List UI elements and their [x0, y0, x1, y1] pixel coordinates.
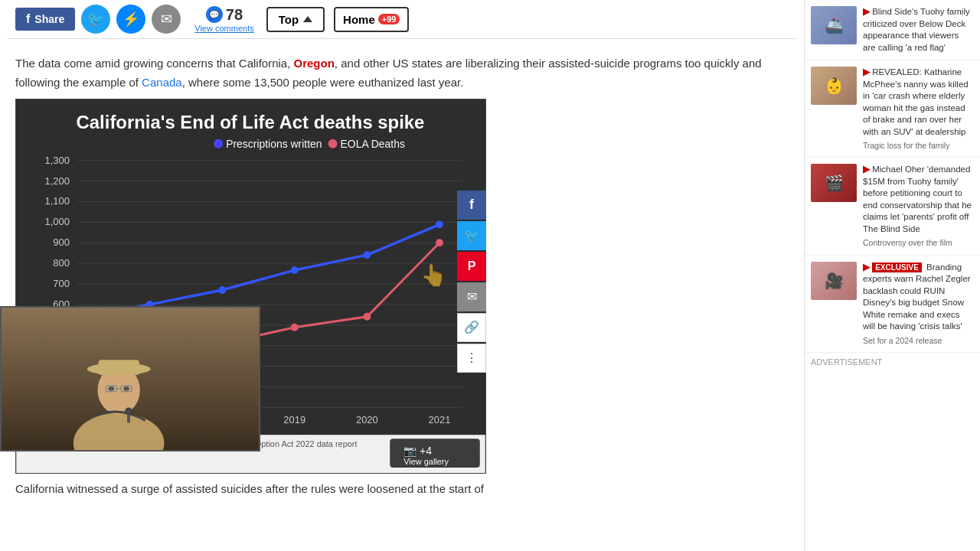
comments-count: 💬 78: [206, 6, 243, 24]
sidebar-headline-3: Michael Oher 'demanded $15M from Tuohy f…: [863, 165, 972, 233]
article-bottom: California witnessed a surge of assisted…: [15, 482, 484, 495]
chart-email-button[interactable]: ✉: [457, 282, 486, 311]
svg-text:📷 +4: 📷 +4: [403, 445, 432, 458]
svg-text:View gallery: View gallery: [403, 457, 449, 466]
svg-point-48: [108, 386, 114, 391]
sidebar-thumb-2: 👶: [811, 67, 857, 105]
chart-facebook-button[interactable]: f: [457, 191, 486, 220]
legend-deaths: EOLA Deaths: [341, 137, 405, 149]
sidebar-text-1: ▶ Blind Side's Tuohy family criticized o…: [863, 6, 974, 54]
top-bar: f Share 🐦 ⚡ ✉ 💬 78 View comments: [8, 0, 796, 39]
chart-pinterest-button[interactable]: P: [457, 252, 486, 281]
home-count-badge: +99: [378, 14, 400, 24]
svg-text:👆: 👆: [420, 262, 447, 288]
sidebar-arrow-2: ▶: [863, 67, 872, 77]
chart-title: California's End of Life Act deaths spik…: [77, 111, 425, 132]
sidebar-sub-4: Set for a 2024 release: [863, 335, 974, 346]
svg-text:1,000: 1,000: [45, 216, 70, 227]
video-person: [2, 308, 259, 450]
svg-text:900: 900: [53, 236, 70, 248]
svg-text:1,200: 1,200: [45, 174, 70, 186]
sidebar-text-2: ▶ REVEALED: Katharine McPhee's nanny was…: [863, 67, 974, 151]
comment-bubble-icon: 💬: [206, 6, 223, 23]
canada-link[interactable]: Canada: [142, 76, 182, 89]
advertisement-label: ADVERTISEMENT: [805, 353, 980, 371]
sidebar-thumb-3: 🎬: [811, 164, 857, 202]
messenger-icon: ⚡: [122, 11, 139, 28]
twitter-icon: 🐦: [87, 11, 104, 28]
home-button[interactable]: Home +99: [334, 7, 409, 32]
exclusive-badge-4: EXCLUSIVE: [872, 262, 922, 272]
sidebar-arrow-1: ▶: [863, 7, 872, 16]
svg-text:1,100: 1,100: [45, 195, 70, 207]
chart-share-button[interactable]: ⋮: [457, 344, 486, 373]
svg-text:2019: 2019: [283, 414, 305, 425]
sidebar-text-4: ▶ EXCLUSIVE Branding experts warn Rachel…: [863, 262, 974, 346]
video-overlay: [0, 306, 260, 452]
comments-number: 78: [226, 6, 243, 24]
svg-text:800: 800: [53, 257, 70, 269]
article-body: The data come amid growing concerns that…: [8, 39, 796, 99]
top-button[interactable]: Top: [266, 7, 325, 32]
legend-prescriptions: Prescriptions written: [226, 137, 322, 149]
sidebar-sub-3: Controversy over the film: [863, 237, 974, 248]
svg-point-1: [214, 139, 223, 148]
svg-text:2020: 2020: [356, 414, 378, 425]
blue-dot-2018: [218, 286, 226, 294]
messenger-share-button[interactable]: ⚡: [116, 5, 145, 34]
sidebar-sub-2: Tragic loss for the family: [863, 140, 974, 151]
facebook-icon: f: [26, 12, 30, 26]
blue-dot-2019: [291, 266, 299, 274]
sidebar-headline-2: REVEALED: Katharine McPhee's nanny was k…: [863, 67, 969, 136]
svg-text:1,300: 1,300: [45, 154, 70, 165]
sidebar-item-2[interactable]: 👶 ▶ REVEALED: Katharine McPhee's nanny w…: [805, 60, 980, 158]
comments-area: 💬 78 View comments: [194, 6, 253, 33]
top-label: Top: [279, 13, 299, 26]
home-label: Home: [343, 13, 375, 26]
svg-rect-47: [98, 360, 139, 375]
sidebar-text-3: ▶ Michael Oher 'demanded $15M from Tuohy…: [863, 164, 974, 248]
sidebar-item-4[interactable]: 🎥 ▶ EXCLUSIVE Branding experts warn Rach…: [805, 256, 980, 353]
chevron-up-icon: [303, 16, 312, 22]
blue-dot-2020: [363, 251, 371, 259]
pink-dot-2021: [436, 239, 443, 246]
share-label: Share: [34, 13, 64, 25]
article-bottom-text: California witnessed a surge of assisted…: [8, 474, 796, 505]
chart-twitter-button[interactable]: 🐦: [457, 221, 486, 250]
pink-dot-2020: [363, 312, 371, 320]
blue-dot-2021: [436, 220, 443, 228]
sidebar-arrow-4: ▶: [863, 262, 872, 272]
sidebar-headline-4: Branding experts warn Rachel Zegler back…: [863, 262, 971, 331]
sidebar-item-3[interactable]: 🎬 ▶ Michael Oher 'demanded $15M from Tuo…: [805, 158, 980, 255]
email-share-button[interactable]: ✉: [152, 5, 181, 34]
svg-text:700: 700: [53, 277, 70, 289]
sidebar-thumb-1: 🚢: [811, 6, 857, 44]
pink-dot-2019: [291, 323, 299, 331]
article-text-part3: , where some 13,500 people were euthaniz…: [182, 76, 464, 89]
chart-social-buttons: f 🐦 P ✉ 🔗 ⋮: [457, 191, 486, 373]
sidebar-arrow-3: ▶: [863, 165, 872, 174]
sidebar-thumb-4: 🎥: [811, 262, 857, 300]
video-person-svg: [2, 306, 259, 452]
view-comments-link[interactable]: View comments: [194, 24, 253, 33]
chart-link-button[interactable]: 🔗: [457, 313, 486, 342]
svg-text:2021: 2021: [429, 414, 451, 425]
svg-point-2: [328, 139, 338, 148]
article-text-part1: The data come amid growing concerns that…: [15, 57, 294, 70]
facebook-share-button[interactable]: f Share: [15, 8, 75, 31]
sidebar-item-1[interactable]: 🚢 ▶ Blind Side's Tuohy family criticized…: [805, 0, 980, 60]
twitter-share-button[interactable]: 🐦: [81, 5, 110, 34]
sidebar-headline-1: Blind Side's Tuohy family criticized ove…: [863, 7, 970, 52]
sidebar: 🚢 ▶ Blind Side's Tuohy family criticized…: [804, 0, 980, 551]
email-icon: ✉: [161, 11, 172, 28]
oregon-link[interactable]: Oregon: [294, 57, 335, 70]
svg-point-49: [123, 386, 129, 391]
